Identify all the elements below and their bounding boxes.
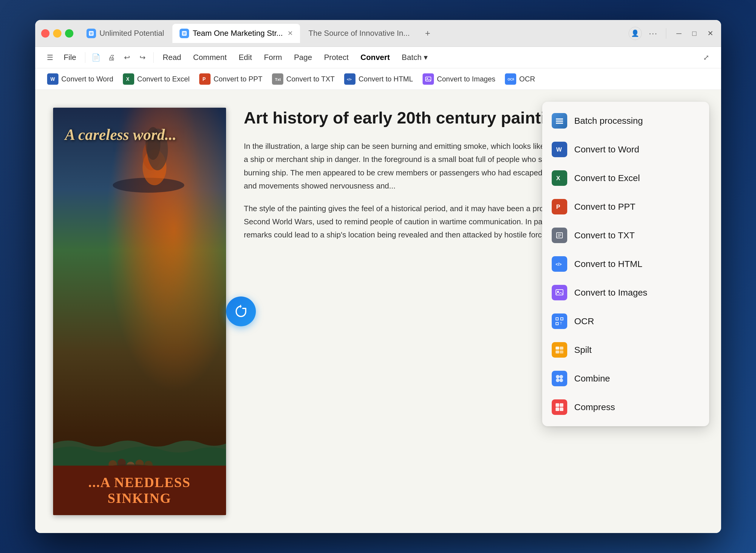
print-icon[interactable]: 🖨 [105,51,118,64]
titlebar: W Unlimited Potential W Team One Marketi… [35,20,721,47]
menu-comment[interactable]: Comment [188,51,232,64]
convert-excel-label: Convert to Excel [137,75,190,83]
svg-text:X: X [556,175,560,181]
dropdown-split[interactable]: Spilt [542,335,709,364]
hamburger-menu[interactable]: ☰ [44,51,57,64]
convert-to-txt-btn[interactable]: Txt Convert to TXT [272,73,335,85]
redo-icon[interactable]: ↪ [136,51,149,64]
main-window: W Unlimited Potential W Team One Marketi… [35,20,721,533]
convert-to-html-btn[interactable]: </> Convert to HTML [344,73,413,85]
convert-html-label: Convert to HTML [358,75,413,83]
convert-to-excel-btn[interactable]: X Convert to Excel [123,73,190,85]
menu-edit[interactable]: Edit [234,51,257,64]
menu-batch[interactable]: Batch ▾ [397,51,432,64]
dropdown-convert-txt[interactable]: T Convert to TXT [542,221,709,250]
dropdown-compress-icon [552,399,567,415]
dropdown-txt-label: Convert to TXT [574,230,635,240]
painting-bottom-text: ...A NEEDLESS SINKING [53,466,226,515]
word-icon: W [47,73,59,85]
window-minimize-icon[interactable]: ─ [675,29,683,37]
minimize-button[interactable] [53,29,62,37]
maximize-button[interactable] [65,29,73,37]
more-options-button[interactable]: ··· [649,29,658,38]
copy-icon[interactable]: 📄 [89,51,103,64]
window-close-icon[interactable]: ✕ [705,29,715,37]
tab-source[interactable]: The Source of Innovative In... [301,24,417,43]
dropdown-html-icon: </> [552,256,567,272]
document-image: A careless word... ...A NEEDLESS SINKING [53,108,226,515]
menu-form[interactable]: Form [259,51,287,64]
menubar: ☰ File 📄 🖨 ↩ ↪ Read Comment Edit Form Pa… [35,47,721,68]
convert-word-label: Convert to Word [62,75,113,83]
dropdown-convert-html[interactable]: </> Convert to HTML [542,250,709,278]
txt-icon: Txt [272,73,283,85]
svg-point-45 [556,375,560,379]
tab-icon-1: W [86,29,96,38]
tab-label-3: The Source of Innovative In... [308,29,410,38]
svg-rect-42 [560,346,563,349]
dropdown-convert-ppt[interactable]: P Convert to PPT [542,192,709,221]
dropdown-ocr[interactable]: T OCR [542,307,709,335]
convert-toolbar: W Convert to Word X Convert to Excel P C… [35,68,721,90]
svg-rect-43 [556,350,559,353]
ppt-icon: P [199,73,211,85]
expand-icon[interactable]: ⤢ [700,51,713,64]
menu-convert[interactable]: Convert [356,51,395,64]
window-restore-icon[interactable]: □ [690,29,698,37]
html-icon: </> [344,73,355,85]
add-tab-button[interactable]: + [420,26,435,41]
painting-top-text: A careless word... [65,126,214,144]
menu-protect[interactable]: Protect [319,51,353,64]
tab-team-one[interactable]: W Team One Marketing Str... ✕ [172,24,300,43]
tabs-area: W Unlimited Potential W Team One Marketi… [79,24,628,43]
svg-text:T: T [556,236,558,239]
svg-point-47 [556,379,560,382]
dropdown-split-icon [552,342,567,358]
svg-text:T: T [560,322,562,325]
svg-rect-39 [556,322,558,325]
dropdown-compress-label: Compress [574,402,615,412]
dropdown-ppt-icon: P [552,199,567,215]
undo-icon[interactable]: ↩ [120,51,134,64]
svg-rect-25 [556,118,563,120]
dropdown-combine[interactable]: Combine [542,364,709,393]
svg-text:</>: </> [347,78,352,81]
close-button[interactable] [41,29,50,37]
tab-unlimited-potential[interactable]: W Unlimited Potential [79,24,171,43]
img-icon [423,73,434,85]
dropdown-combine-label: Combine [574,374,610,384]
dropdown-html-label: Convert to HTML [574,259,642,269]
svg-text:Txt: Txt [275,77,281,82]
convert-to-word-btn[interactable]: W Convert to Word [47,73,113,85]
batch-processing-label: Batch processing [574,116,643,126]
dropdown-menu: Batch processing W Convert to Word X Con… [542,102,709,426]
svg-text:X: X [126,77,130,82]
convert-txt-label: Convert to TXT [286,75,335,83]
svg-point-46 [560,375,563,379]
svg-text:P: P [556,204,560,210]
convert-images-label: Convert to Images [437,75,495,83]
ocr-btn[interactable]: OCR OCR [505,73,535,85]
window-controls [41,29,73,37]
dropdown-convert-excel[interactable]: X Convert to Excel [542,164,709,192]
convert-to-images-btn[interactable]: Convert to Images [423,73,495,85]
dropdown-compress[interactable]: Compress [542,393,709,421]
dropdown-convert-word[interactable]: W Convert to Word [542,135,709,164]
dropdown-split-label: Spilt [574,345,592,355]
user-avatar[interactable]: 👤 [628,27,642,40]
rotate-convert-button[interactable] [226,297,256,326]
dropdown-convert-images[interactable]: Convert to Images [542,278,709,307]
svg-text:OCR: OCR [508,78,514,81]
convert-to-ppt-btn[interactable]: P Convert to PPT [199,73,262,85]
menu-separator-2 [153,52,154,63]
svg-rect-50 [560,403,563,407]
dropdown-batch-processing[interactable]: Batch processing [542,106,709,135]
dropdown-combine-icon [552,371,567,386]
menu-page[interactable]: Page [289,51,317,64]
svg-rect-41 [556,346,559,349]
menu-file[interactable]: File [59,51,81,64]
menu-read[interactable]: Read [158,51,186,64]
svg-rect-49 [556,403,559,407]
dropdown-ppt-label: Convert to PPT [574,202,636,212]
close-tab-icon[interactable]: ✕ [287,29,293,37]
